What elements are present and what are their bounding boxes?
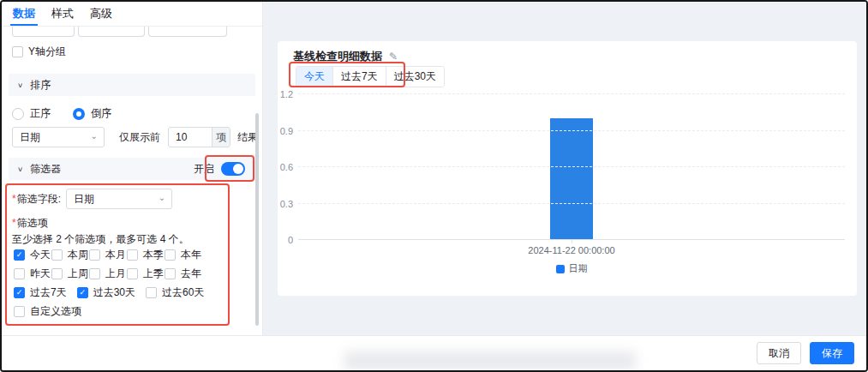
- checkbox-icon: ✓: [89, 268, 100, 279]
- y-axis-group-checkbox[interactable]: ✓ Y轴分组: [12, 45, 66, 59]
- filter-option-checkbox[interactable]: ✓ 本月: [89, 248, 127, 262]
- filter-toggle-wrap: 开启: [194, 162, 247, 177]
- gridline: [298, 203, 845, 204]
- config-tab[interactable]: 样式: [51, 2, 75, 26]
- required-asterisk: *: [12, 193, 16, 205]
- checkbox-icon: ✓: [51, 268, 63, 279]
- sort-section-title: 排序: [30, 78, 51, 93]
- filter-toggle-label: 开启: [194, 162, 214, 177]
- sort-section-header[interactable]: ∨ 排序: [9, 74, 255, 96]
- chevron-down-icon: ⌄: [159, 193, 165, 202]
- config-tab[interactable]: 高级: [89, 2, 113, 26]
- gridline: [298, 130, 845, 131]
- y-axis-group-label: Y轴分组: [28, 45, 66, 59]
- limit-prefix-label: 仅展示前: [119, 130, 160, 145]
- filter-option-checkbox[interactable]: ✓ 过去7天: [14, 285, 67, 300]
- filter-option-checkbox[interactable]: ✓ 上月: [89, 267, 127, 281]
- filter-option-checkbox[interactable]: ✓ 上季: [127, 267, 165, 281]
- sort-field-select[interactable]: 日期 ⌄: [12, 127, 105, 147]
- y-axis-tick-label: 0: [288, 235, 293, 245]
- filter-option-row: ✓ 过去7天 ✓ 过去30天 ✓ 过去60天: [14, 286, 214, 298]
- gridline: [298, 166, 845, 167]
- tab-label: 样式: [51, 6, 74, 21]
- quick-filter-button[interactable]: 今天: [296, 67, 333, 87]
- filter-option-row: ✓ 昨天 ✓ 上周 ✓ 上月 ✓ 上季 ✓ 去年: [14, 267, 214, 279]
- checkbox-icon: ✓: [165, 268, 176, 279]
- filter-option-checkbox[interactable]: ✓ 过去60天: [146, 285, 204, 300]
- filter-section-title: 筛选器: [30, 162, 61, 177]
- chevron-down-icon: ⌄: [91, 131, 98, 141]
- filter-field-row: *筛选字段: 日期 ⌄: [12, 189, 172, 209]
- chart-legend[interactable]: 日期: [298, 262, 845, 275]
- checkbox-icon: ✓: [14, 268, 25, 279]
- checkbox-icon: ✓: [146, 287, 157, 298]
- filter-option-label: 上月: [105, 267, 126, 281]
- panel-scrollbar[interactable]: [255, 113, 259, 326]
- sort-controls-row: 日期 ⌄ 仅展示前 10 项 结果: [12, 127, 258, 147]
- preview-area: 基线检查明细数据 ✎ 今天过去7天过去30天 00.30.60.91.2 202…: [263, 2, 866, 335]
- filter-option-label: 自定义选项: [30, 304, 81, 319]
- blurred-watermark: [344, 351, 636, 370]
- filter-options-grid: ✓ 今天 ✓ 本周 ✓ 本月 ✓ 本季 ✓ 本年 ✓ 昨天: [14, 249, 214, 324]
- quick-filter-button[interactable]: 过去30天: [386, 67, 444, 87]
- filter-option-label: 上周: [68, 267, 88, 281]
- limit-input[interactable]: 10: [169, 128, 212, 147]
- filter-option-label: 过去30天: [93, 285, 135, 300]
- filter-option-row: ✓ 自定义选项: [14, 305, 214, 317]
- gridline: [298, 93, 845, 94]
- filter-option-checkbox[interactable]: ✓ 自定义选项: [14, 304, 81, 319]
- filter-option-label: 上季: [143, 267, 164, 281]
- sort-field-value: 日期: [20, 130, 40, 145]
- y-axis-tick-label: 0.9: [280, 126, 293, 136]
- filter-option-checkbox[interactable]: ✓ 今天: [14, 248, 51, 262]
- chart-title: 基线检查明细数据: [293, 49, 382, 64]
- checkbox-icon: ✓: [14, 249, 25, 261]
- sort-asc-label: 正序: [30, 106, 51, 121]
- filter-option-checkbox[interactable]: ✓ 上周: [51, 267, 89, 281]
- required-asterisk: *: [12, 217, 16, 229]
- filter-options-label: *筛选项: [12, 216, 48, 231]
- truncated-field-input[interactable]: [148, 27, 227, 37]
- filter-option-checkbox[interactable]: ✓ 本季: [127, 248, 165, 262]
- filter-option-checkbox[interactable]: ✓ 本周: [51, 248, 89, 262]
- pencil-icon[interactable]: ✎: [389, 51, 398, 63]
- config-tabs: 数据样式高级: [2, 2, 262, 27]
- radio-icon: [73, 108, 85, 120]
- checkbox-icon: ✓: [165, 249, 176, 261]
- legend-label: 日期: [569, 262, 588, 275]
- filter-option-label: 本月: [105, 248, 126, 262]
- filter-option-checkbox[interactable]: ✓ 昨天: [14, 267, 51, 281]
- filter-option-checkbox[interactable]: ✓ 去年: [165, 267, 202, 281]
- truncated-field-row: [12, 27, 227, 37]
- sort-desc-radio[interactable]: 倒序: [73, 106, 111, 121]
- filter-option-checkbox[interactable]: ✓ 本年: [165, 248, 202, 262]
- x-axis-tick-label: 2024-11-22 00:00:00: [298, 245, 845, 255]
- filter-toggle-switch[interactable]: [221, 162, 245, 176]
- chart-bar[interactable]: [550, 118, 593, 240]
- filter-option-label: 本年: [181, 248, 201, 262]
- truncated-field-input[interactable]: [12, 27, 75, 37]
- chart-config-dialog: 数据样式高级 ✓ Y轴分组 ∨ 排序 正序: [0, 0, 868, 372]
- config-tab[interactable]: 数据: [12, 2, 36, 26]
- filter-option-label: 过去7天: [30, 285, 67, 300]
- radio-icon: [12, 108, 24, 120]
- filter-field-select[interactable]: 日期 ⌄: [66, 189, 172, 209]
- switch-knob: [233, 164, 243, 174]
- checkbox-icon: ✓: [12, 46, 23, 57]
- sort-desc-label: 倒序: [91, 106, 111, 121]
- limit-input-group: 10 项: [168, 127, 230, 147]
- filter-section-header[interactable]: ∨ 筛选器 开启: [9, 158, 255, 180]
- checkbox-icon: ✓: [127, 268, 138, 279]
- cancel-button[interactable]: 取消: [757, 342, 801, 364]
- quick-filter-button[interactable]: 过去7天: [333, 67, 386, 87]
- save-button[interactable]: 保存: [810, 342, 854, 364]
- filter-option-label: 本周: [68, 248, 88, 262]
- filter-option-row: ✓ 今天 ✓ 本周 ✓ 本月 ✓ 本季 ✓ 本年: [14, 249, 214, 261]
- sort-asc-radio[interactable]: 正序: [12, 106, 51, 121]
- chevron-down-icon: ∨: [17, 165, 23, 173]
- filter-option-checkbox[interactable]: ✓ 过去30天: [77, 285, 135, 300]
- truncated-field-input[interactable]: [78, 27, 145, 37]
- checkbox-icon: ✓: [127, 249, 138, 261]
- checkbox-icon: ✓: [89, 249, 100, 261]
- y-axis-tick-label: 1.2: [280, 89, 293, 99]
